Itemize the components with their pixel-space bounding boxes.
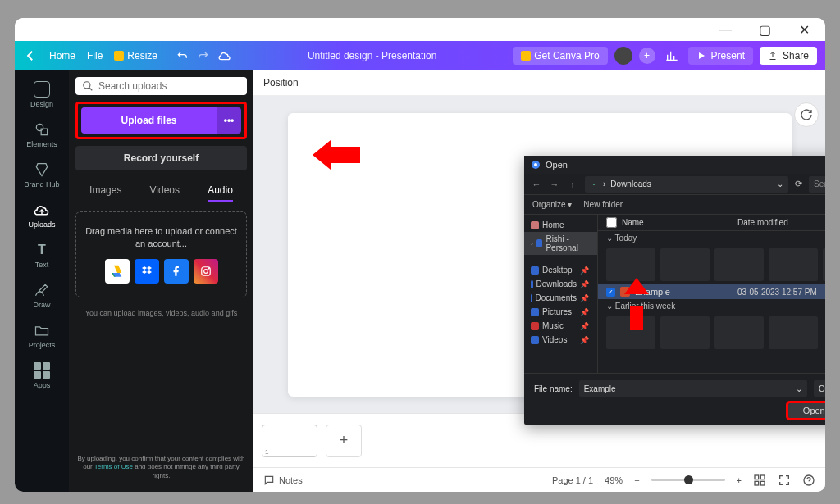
svg-point-0 bbox=[36, 124, 43, 130]
new-folder-button[interactable]: New folder bbox=[583, 200, 623, 209]
rail-brandhub[interactable]: Brand Hub bbox=[15, 157, 69, 193]
zoom-value[interactable]: 49% bbox=[605, 475, 623, 485]
drop-area[interactable]: Drag media here to upload or connect an … bbox=[75, 211, 247, 297]
tab-audio[interactable]: Audio bbox=[208, 180, 233, 202]
side-home[interactable]: Home bbox=[524, 218, 597, 232]
col-date[interactable]: Date modified bbox=[737, 218, 825, 227]
upload-icon bbox=[768, 51, 778, 61]
path-breadcrumb[interactable]: › Downloads ⌄ bbox=[585, 176, 788, 193]
cloud-sync-icon[interactable] bbox=[218, 49, 231, 62]
organize-menu[interactable]: Organize ▾ bbox=[532, 200, 572, 209]
side-documents[interactable]: Documents📌 bbox=[524, 291, 597, 305]
upload-more-button[interactable]: ••• bbox=[217, 107, 241, 134]
side-rail: Design Elements Brand Hub Uploads TText … bbox=[15, 70, 69, 492]
nav-forward-icon[interactable]: → bbox=[549, 179, 560, 189]
present-button[interactable]: Present bbox=[688, 47, 753, 65]
rail-elements[interactable]: Elements bbox=[15, 117, 69, 152]
google-drive-icon[interactable] bbox=[105, 259, 130, 284]
file-thumb[interactable] bbox=[660, 248, 710, 281]
file-thumb[interactable] bbox=[714, 316, 764, 349]
terms-link[interactable]: Terms of Use bbox=[94, 463, 133, 470]
crown-icon bbox=[114, 51, 124, 61]
window-minimize-button[interactable]: — bbox=[709, 20, 742, 39]
refresh-icon[interactable]: ⟳ bbox=[795, 179, 802, 189]
instagram-icon[interactable] bbox=[194, 259, 218, 284]
window-maximize-button[interactable]: ▢ bbox=[748, 20, 781, 39]
file-thumb[interactable] bbox=[714, 248, 764, 281]
svg-rect-11 bbox=[760, 481, 765, 485]
side-desktop[interactable]: Desktop📌 bbox=[524, 263, 597, 277]
dialog-body: Home ›Rishi - Personal Desktop📌 Download… bbox=[524, 215, 825, 373]
add-collaborator-button[interactable]: + bbox=[639, 48, 655, 64]
nav-up-icon[interactable]: ↑ bbox=[567, 179, 578, 189]
search-uploads-input[interactable] bbox=[98, 80, 240, 92]
zoom-in-button[interactable]: + bbox=[737, 475, 742, 485]
search-icon bbox=[82, 80, 94, 92]
user-avatar[interactable] bbox=[614, 47, 632, 65]
tab-videos[interactable]: Videos bbox=[150, 180, 180, 202]
side-music[interactable]: Music📌 bbox=[524, 319, 597, 333]
grid-view-icon[interactable] bbox=[753, 474, 766, 487]
file-row-example[interactable]: ✓Example 03-05-2023 12:57 PM Microsoft P… bbox=[598, 284, 825, 299]
nav-back-icon[interactable]: ← bbox=[531, 179, 542, 189]
upload-files-button[interactable]: Upload files bbox=[81, 107, 217, 134]
add-slide-button[interactable]: + bbox=[326, 425, 362, 457]
resize-button[interactable]: Resize bbox=[114, 50, 158, 61]
rail-label: Text bbox=[35, 261, 49, 269]
rail-projects[interactable]: Projects bbox=[15, 318, 69, 353]
rail-design[interactable]: Design bbox=[15, 77, 69, 112]
undo-icon[interactable] bbox=[176, 49, 189, 62]
facebook-icon[interactable] bbox=[164, 259, 189, 284]
filename-label: File name: bbox=[534, 384, 573, 393]
main-area: Design Elements Brand Hub Uploads TText … bbox=[15, 70, 825, 492]
file-thumb[interactable] bbox=[769, 316, 818, 349]
file-thumb[interactable] bbox=[823, 248, 825, 281]
file-thumb[interactable] bbox=[769, 248, 818, 281]
dialog-search-input[interactable]: Search Downloads⌕ bbox=[809, 176, 825, 193]
side-pictures[interactable]: Pictures📌 bbox=[524, 305, 597, 319]
select-all-checkbox[interactable] bbox=[606, 217, 617, 228]
position-button[interactable]: Position bbox=[253, 70, 825, 96]
zoom-out-button[interactable]: − bbox=[634, 475, 639, 485]
rail-label: Elements bbox=[26, 140, 57, 148]
zoom-slider[interactable] bbox=[651, 479, 725, 481]
filename-input[interactable]: Example⌄ bbox=[579, 380, 807, 397]
side-downloads[interactable]: Downloads📌 bbox=[524, 277, 597, 291]
share-button[interactable]: Share bbox=[760, 47, 817, 65]
document-title[interactable]: Untitled design - Presentation bbox=[241, 50, 503, 61]
side-rishi[interactable]: ›Rishi - Personal bbox=[524, 232, 597, 255]
refresh-fab[interactable] bbox=[794, 102, 819, 127]
tab-images[interactable]: Images bbox=[89, 180, 121, 202]
filetype-select[interactable]: Custom Files⌄ bbox=[814, 380, 825, 397]
help-icon[interactable] bbox=[802, 474, 815, 487]
back-icon[interactable] bbox=[23, 48, 38, 63]
file-thumb[interactable] bbox=[660, 316, 710, 349]
rail-label: Draw bbox=[33, 301, 50, 309]
rail-uploads[interactable]: Uploads bbox=[15, 198, 69, 233]
window-close-button[interactable]: ✕ bbox=[788, 20, 820, 39]
crown-icon bbox=[521, 51, 531, 61]
col-name[interactable]: Name bbox=[622, 218, 644, 227]
dropbox-icon[interactable] bbox=[135, 259, 159, 284]
upload-hint: You can upload images, videos, audio and… bbox=[75, 309, 247, 317]
rail-text[interactable]: TText bbox=[15, 238, 69, 273]
open-button[interactable]: Open bbox=[788, 403, 825, 418]
rail-apps[interactable]: Apps bbox=[15, 358, 69, 393]
slide-thumbnail[interactable]: 1 bbox=[262, 425, 317, 457]
analytics-icon[interactable] bbox=[662, 46, 682, 66]
side-videos[interactable]: Videos📌 bbox=[524, 333, 597, 347]
rail-draw[interactable]: Draw bbox=[15, 278, 69, 313]
fullscreen-icon[interactable] bbox=[778, 474, 791, 487]
file-thumb[interactable] bbox=[606, 248, 655, 281]
home-menu[interactable]: Home bbox=[49, 50, 75, 61]
dialog-file-list: Name Date modified Type ⌄ Today bbox=[598, 215, 825, 373]
record-yourself-button[interactable]: Record yourself bbox=[75, 146, 247, 170]
get-pro-button[interactable]: Get Canva Pro bbox=[513, 47, 607, 65]
notes-toggle[interactable]: Notes bbox=[263, 474, 303, 486]
page-indicator[interactable]: Page 1 / 1 bbox=[552, 475, 593, 485]
file-checkbox[interactable]: ✓ bbox=[606, 288, 615, 297]
group-today[interactable]: ⌄ Today bbox=[598, 231, 825, 245]
uploads-tabs: Images Videos Audio bbox=[75, 177, 247, 205]
file-menu[interactable]: File bbox=[87, 50, 103, 61]
redo-icon[interactable] bbox=[197, 49, 210, 62]
